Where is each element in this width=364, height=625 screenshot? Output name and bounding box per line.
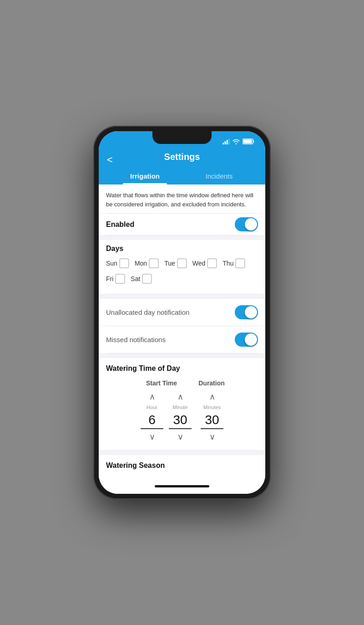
day-sat: Sat	[131, 274, 152, 284]
unallocated-label: Unallocated day notification	[106, 308, 235, 316]
day-mon: Mon	[135, 258, 159, 268]
page-title: Settings	[164, 152, 200, 168]
days-section: Days Sun Mon Tue Wed	[99, 240, 265, 294]
minute-down-arrow[interactable]	[174, 431, 187, 443]
day-tue-checkbox[interactable]	[177, 258, 187, 268]
duration-picker: Minutes 30	[201, 391, 223, 443]
days-row-2: Fri Sat	[106, 274, 258, 284]
duration-minutes-label: Minutes	[203, 405, 221, 410]
days-label: Days	[106, 245, 258, 253]
home-bar	[155, 485, 209, 487]
hour-picker: Hour 6	[141, 391, 163, 443]
hour-value: 6	[141, 413, 163, 429]
unallocated-row: Unallocated day notification	[99, 299, 265, 326]
day-sun: Sun	[106, 258, 129, 268]
day-thu-label: Thu	[222, 260, 233, 267]
svg-rect-5	[243, 140, 252, 143]
day-sun-label: Sun	[106, 260, 117, 267]
content-area: Water that flows within the time window …	[99, 184, 265, 478]
day-mon-label: Mon	[135, 260, 147, 267]
day-wed-label: Wed	[192, 260, 206, 267]
minute-up-arrow[interactable]	[174, 391, 187, 403]
days-row-1: Sun Mon Tue Wed	[106, 258, 258, 268]
signal-icon	[222, 139, 230, 144]
battery-icon	[243, 138, 254, 144]
svg-rect-0	[222, 143, 224, 144]
minute-label: Minute	[172, 405, 187, 410]
day-tue: Tue	[164, 258, 187, 268]
svg-rect-3	[229, 139, 230, 144]
minute-picker: Minute 30	[169, 391, 192, 443]
day-thu-checkbox[interactable]	[235, 258, 245, 268]
day-sat-checkbox[interactable]	[142, 274, 152, 284]
day-sun-checkbox[interactable]	[119, 258, 129, 268]
day-thu: Thu	[222, 258, 245, 268]
unallocated-toggle[interactable]	[235, 305, 258, 319]
missed-row: Missed notifications	[99, 326, 265, 353]
watering-time-header: Watering Time of Day	[99, 358, 265, 375]
day-fri-label: Fri	[106, 275, 113, 282]
enabled-toggle[interactable]	[235, 217, 258, 231]
wifi-icon	[233, 139, 240, 144]
description-text: Water that flows within the time window …	[99, 184, 265, 213]
watering-season-header: Watering Season	[99, 455, 265, 472]
watering-season-container: Month Day Month Day From 9 1	[99, 472, 265, 478]
tab-irrigation[interactable]: Irrigation	[108, 168, 182, 184]
time-pickers: Hour 6 Minute 30	[106, 391, 258, 443]
start-time-label: Start Time	[146, 379, 177, 387]
missed-toggle[interactable]	[235, 333, 258, 347]
duration-down-arrow[interactable]	[206, 431, 219, 443]
duration-value: 30	[201, 413, 223, 429]
tabs-container: Irrigation Incidents	[99, 168, 265, 184]
day-fri: Fri	[106, 274, 125, 284]
svg-rect-2	[227, 140, 228, 144]
tab-incidents[interactable]: Incidents	[182, 168, 256, 184]
day-fri-checkbox[interactable]	[115, 274, 125, 284]
hour-label: Hour	[147, 405, 157, 410]
duration-up-arrow[interactable]	[206, 391, 219, 403]
watering-time-container: Start Time Duration Hour 6	[99, 375, 265, 450]
enabled-label: Enabled	[106, 220, 235, 229]
day-wed-checkbox[interactable]	[207, 258, 217, 268]
svg-rect-1	[225, 141, 226, 144]
home-indicator	[99, 478, 265, 494]
enabled-row: Enabled	[99, 214, 265, 235]
day-tue-label: Tue	[164, 260, 175, 267]
hour-up-arrow[interactable]	[146, 391, 159, 403]
back-button[interactable]: <	[107, 154, 113, 166]
day-mon-checkbox[interactable]	[149, 258, 159, 268]
header: < Settings	[99, 149, 265, 168]
missed-label: Missed notifications	[106, 336, 235, 343]
hour-down-arrow[interactable]	[146, 431, 159, 443]
minute-value: 30	[169, 413, 192, 429]
day-wed: Wed	[192, 258, 217, 268]
status-icons	[222, 138, 254, 144]
duration-label: Duration	[198, 379, 225, 387]
svg-rect-6	[253, 140, 254, 143]
day-sat-label: Sat	[131, 275, 140, 282]
